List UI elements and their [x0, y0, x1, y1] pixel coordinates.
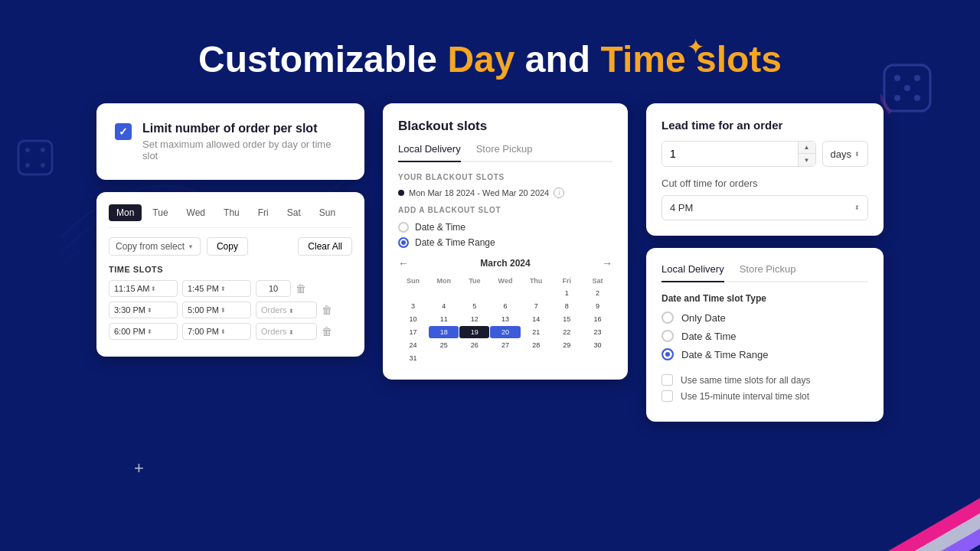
day-tab-wed[interactable]: Wed — [179, 204, 213, 221]
day-tab-tue[interactable]: Tue — [145, 204, 175, 221]
cal-day-2[interactable]: 2 — [583, 287, 612, 299]
slot-row-3: 6:00 PM⬍ 7:00 PM⬍ Orders ⬍ 🗑 — [109, 323, 352, 340]
cal-day-11[interactable]: 11 — [429, 313, 459, 325]
slot1-qty[interactable]: 10 — [256, 280, 291, 297]
day-tab-mon[interactable]: Mon — [109, 204, 142, 221]
time-slots-label: TIME SLOTS — [109, 265, 352, 274]
lead-time-value[interactable] — [662, 142, 798, 166]
lead-time-decrement[interactable]: ▼ — [799, 154, 815, 166]
slot2-delete[interactable]: 🗑 — [322, 304, 332, 316]
checkbox-15min[interactable]: Use 15-minute interval time slot — [662, 390, 868, 402]
cal-cell — [398, 287, 428, 299]
blackout-info-icon[interactable]: i — [554, 187, 564, 198]
checkbox-same-slots-box — [662, 374, 673, 386]
slot3-end-time[interactable]: 7:00 PM⬍ — [182, 323, 251, 340]
radio-only-date-label: Only Date — [681, 312, 726, 324]
radio-date-time[interactable]: Date & Time — [398, 222, 612, 233]
cal-day-12[interactable]: 12 — [459, 313, 489, 325]
delivery-tab-row: Local Delivery Store Pickup — [662, 263, 868, 282]
day-tab-fri[interactable]: Fri — [250, 204, 276, 221]
slot3-delete[interactable]: 🗑 — [322, 325, 332, 337]
cal-day-5[interactable]: 5 — [459, 300, 489, 312]
cal-day-3[interactable]: 3 — [398, 300, 428, 312]
cal-day-15[interactable]: 15 — [552, 313, 582, 325]
copy-row: Copy from select ▼ Copy Clear All — [109, 237, 352, 256]
cal-day-23[interactable]: 23 — [583, 326, 612, 338]
radio-date-time-range[interactable]: Date & Time Range — [398, 237, 612, 248]
limit-order-card: Limit number of order per slot Set maxim… — [96, 103, 364, 180]
cal-day-21[interactable]: 21 — [521, 326, 551, 338]
radio-only-date-circle — [662, 311, 674, 324]
your-slots-label: YOUR BLACKOUT SLOTS — [398, 173, 612, 181]
crosshair-icon: + — [134, 458, 144, 478]
cal-cell — [583, 352, 612, 364]
cal-day-6[interactable]: 6 — [490, 300, 520, 312]
cal-day-28[interactable]: 28 — [521, 339, 551, 351]
clear-all-button[interactable]: Clear All — [298, 237, 352, 256]
radio-date-time-label-lg: Date & Time — [681, 331, 737, 342]
blackout-tab-local-delivery[interactable]: Local Delivery — [398, 143, 461, 162]
cal-day-14[interactable]: 14 — [521, 313, 551, 325]
cal-header-wed: Wed — [490, 276, 520, 286]
radio-only-date[interactable]: Only Date — [662, 311, 868, 324]
cal-day-17[interactable]: 17 — [398, 326, 428, 338]
cal-day-20[interactable]: 20 — [490, 326, 520, 338]
limit-checkbox[interactable] — [115, 123, 132, 140]
copy-from-label: Copy from select — [116, 241, 185, 252]
cal-day-18[interactable]: 18 — [429, 326, 459, 338]
day-tab-sun[interactable]: Sun — [312, 204, 343, 221]
cal-day-29[interactable]: 29 — [552, 339, 582, 351]
cutoff-select[interactable]: 4 PM ⬍ — [662, 195, 868, 220]
calendar-grid: Sun Mon Tue Wed Thu Fri Sat 1 2 3 4 5 6 — [398, 276, 612, 364]
cal-day-9[interactable]: 9 — [583, 300, 612, 312]
cal-day-27[interactable]: 27 — [490, 339, 520, 351]
radio-date-time-range-lg[interactable]: Date & Time Range — [662, 348, 868, 360]
lead-time-unit-select[interactable]: days ⬍ — [822, 141, 868, 167]
delivery-tab-local[interactable]: Local Delivery — [662, 263, 724, 282]
blackout-tab-store-pickup[interactable]: Store Pickup — [476, 143, 533, 161]
right-column: Lead time for an order ▲ ▼ days ⬍ Cut of… — [646, 103, 884, 422]
slot-row-2: 3:30 PM⬍ 5:00 PM⬍ Orders ⬍ 🗑 — [109, 302, 352, 318]
cal-day-26[interactable]: 26 — [459, 339, 489, 351]
checkbox-same-slots-label: Use same time slots for all days — [681, 375, 810, 386]
cal-day-13[interactable]: 13 — [490, 313, 520, 325]
cal-next-button[interactable]: → — [602, 257, 612, 269]
cal-day-16[interactable]: 16 — [583, 313, 612, 325]
delivery-tab-pickup[interactable]: Store Pickup — [740, 263, 796, 281]
copy-from-select[interactable]: Copy from select ▼ — [109, 237, 201, 256]
cal-day-1[interactable]: 1 — [552, 287, 582, 299]
cal-day-30[interactable]: 30 — [583, 339, 612, 351]
copy-button[interactable]: Copy — [207, 237, 248, 256]
cal-cell — [429, 352, 459, 364]
cal-day-7[interactable]: 7 — [521, 300, 551, 312]
slot1-end-time[interactable]: 1:45 PM⬍ — [182, 280, 251, 297]
cal-day-24[interactable]: 24 — [398, 339, 428, 351]
slot2-end-time[interactable]: 5:00 PM⬍ — [182, 302, 251, 318]
checkbox-same-slots[interactable]: Use same time slots for all days — [662, 374, 868, 386]
day-tab-thu[interactable]: Thu — [216, 204, 247, 221]
slot2-orders[interactable]: Orders ⬍ — [256, 302, 317, 318]
delivery-section-title: Date and Time slot Type — [662, 293, 868, 304]
cal-prev-button[interactable]: ← — [398, 257, 409, 269]
slot3-start-time[interactable]: 6:00 PM⬍ — [109, 323, 178, 340]
slot1-start-time[interactable]: 11:15 AM⬍ — [109, 280, 178, 297]
radio-date-time-range-circle-lg — [662, 348, 674, 360]
blackout-tab-row: Local Delivery Store Pickup — [398, 143, 612, 162]
slot2-start-time[interactable]: 3:30 PM⬍ — [109, 302, 178, 318]
cal-day-19[interactable]: 19 — [459, 326, 489, 338]
cal-day-25[interactable]: 25 — [429, 339, 459, 351]
cal-month-title: March 2024 — [480, 258, 530, 269]
lead-time-increment[interactable]: ▲ — [799, 142, 815, 154]
cal-day-4[interactable]: 4 — [429, 300, 459, 312]
cal-day-31[interactable]: 31 — [398, 352, 428, 364]
cal-day-22[interactable]: 22 — [552, 326, 582, 338]
radio-date-time-lg[interactable]: Date & Time — [662, 330, 868, 342]
lead-time-title: Lead time for an order — [662, 119, 868, 132]
lead-time-number-input[interactable]: ▲ ▼ — [662, 141, 816, 167]
radio-date-time-circle-lg — [662, 330, 674, 342]
cal-day-10[interactable]: 10 — [398, 313, 428, 325]
slot3-orders[interactable]: Orders ⬍ — [256, 323, 317, 340]
day-tab-sat[interactable]: Sat — [279, 204, 309, 221]
slot1-delete[interactable]: 🗑 — [296, 282, 306, 295]
cal-day-8[interactable]: 8 — [552, 300, 582, 312]
